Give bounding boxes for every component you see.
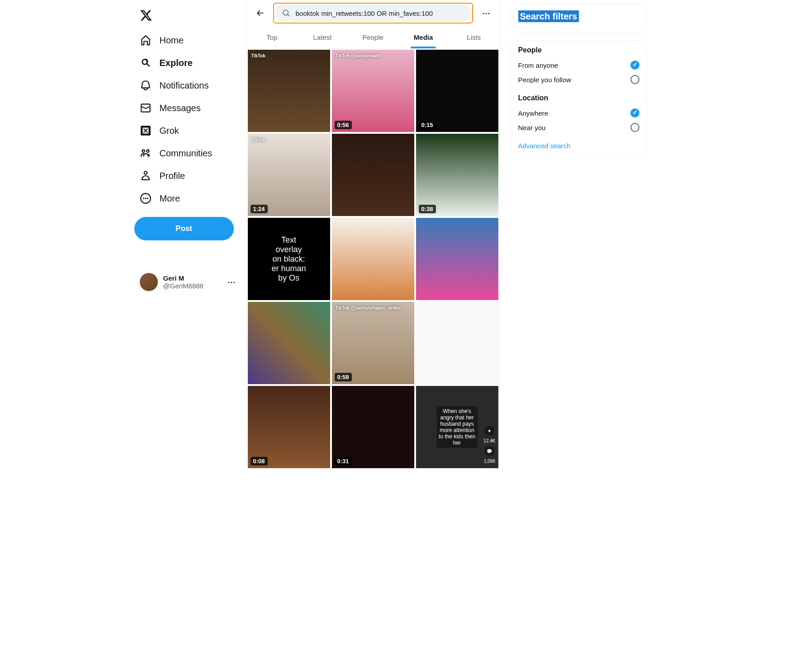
- more-icon: [140, 193, 151, 204]
- media-tile[interactable]: When she's angry that her husband pays m…: [416, 386, 498, 468]
- sidebar-nav: Home Explore Notifications Messages Grok…: [129, 0, 246, 469]
- radio-checked-icon: [630, 108, 639, 117]
- search-highlight-box: [273, 3, 473, 23]
- filter-anywhere[interactable]: Anywhere: [518, 106, 639, 120]
- media-tile[interactable]: 0:38: [416, 134, 498, 216]
- tab-latest[interactable]: Latest: [297, 26, 348, 48]
- advanced-search-link[interactable]: Advanced search: [518, 142, 639, 150]
- radio-icon: [630, 75, 639, 84]
- tab-people[interactable]: People: [348, 26, 398, 48]
- video-duration: 0:15: [419, 121, 436, 129]
- svg-point-3: [147, 197, 148, 199]
- account-switcher[interactable]: Geri M @GeriM8888 ⋯: [134, 268, 241, 296]
- post-button[interactable]: Post: [134, 217, 234, 240]
- tab-lists[interactable]: Lists: [449, 26, 499, 48]
- svg-point-2: [145, 197, 146, 199]
- tiktok-watermark: TikTok: [251, 53, 265, 58]
- video-duration: 0:38: [419, 205, 436, 213]
- filter-people-you-follow[interactable]: People you follow: [518, 72, 639, 87]
- search-header: ⋯: [247, 0, 499, 26]
- media-tile[interactable]: 0:08: [248, 386, 330, 468]
- tiktok-watermark: TikTok @zacharyhagen_writes: [336, 305, 401, 310]
- tile-text: Text overlay on black: er human by Os: [268, 234, 309, 285]
- nav-label: Notifications: [160, 80, 209, 91]
- nav-label: Home: [160, 35, 184, 46]
- nav-home[interactable]: Home: [134, 29, 241, 52]
- media-grid: TikTok TikTok @vannareads 0:56 0:15 TikT…: [247, 49, 499, 469]
- media-tile[interactable]: TikTok @zacharyhagen_writes 0:59: [332, 302, 414, 384]
- media-tile[interactable]: TikTok: [248, 50, 330, 132]
- video-duration: 1:24: [251, 205, 268, 213]
- grok-icon: [140, 125, 151, 136]
- video-duration: 0:59: [335, 373, 352, 381]
- bell-icon: [140, 80, 151, 91]
- video-duration: 0:08: [251, 457, 268, 465]
- search-box[interactable]: [275, 5, 471, 22]
- search-tabs: Top Latest People Media Lists: [247, 26, 499, 49]
- search-settings-button[interactable]: ⋯: [478, 5, 494, 21]
- account-display-name: Geri M: [163, 274, 222, 282]
- nav-label: Communities: [160, 148, 213, 159]
- filter-near-you[interactable]: Near you: [518, 120, 639, 135]
- home-icon: [140, 34, 151, 46]
- nav-label: Messages: [160, 103, 201, 113]
- communities-icon: [140, 147, 151, 159]
- media-tile[interactable]: [416, 218, 498, 300]
- nav-communities[interactable]: Communities: [134, 142, 241, 164]
- tile-stats: ♥ 12.4K 💬 1,098: [483, 426, 495, 464]
- search-icon: [140, 57, 151, 69]
- main-column: ⋯ Top Latest People Media Lists TikTok T…: [246, 0, 500, 469]
- search-icon: [282, 9, 290, 17]
- back-button[interactable]: [252, 5, 268, 21]
- media-tile[interactable]: [416, 302, 498, 384]
- svg-point-1: [143, 197, 144, 199]
- media-tile[interactable]: TikTok 1:24: [248, 134, 330, 216]
- filter-people-heading: People: [518, 46, 639, 54]
- tile-text: When she's angry that her husband pays m…: [436, 406, 478, 448]
- nav-explore[interactable]: Explore: [134, 52, 241, 74]
- profile-icon: [140, 170, 151, 182]
- heart-icon: ♥: [484, 426, 494, 436]
- tab-top[interactable]: Top: [247, 26, 298, 48]
- search-input[interactable]: [296, 9, 464, 17]
- nav-label: Explore: [160, 58, 193, 68]
- mail-icon: [140, 102, 151, 114]
- media-tile[interactable]: TikTok @vannareads 0:56: [332, 50, 414, 132]
- nav-more[interactable]: More: [134, 187, 241, 210]
- media-tile[interactable]: 0:15: [416, 50, 498, 132]
- x-logo[interactable]: [134, 4, 241, 29]
- video-duration: 0:56: [335, 121, 352, 129]
- video-duration: 0:31: [335, 457, 352, 465]
- account-handle: @GeriM8888: [163, 282, 222, 290]
- nav-notifications[interactable]: Notifications: [134, 74, 241, 97]
- media-tile[interactable]: [332, 218, 414, 300]
- nav-label: Grok: [160, 126, 179, 136]
- sidebar-filters: Search filters People From anyone People…: [500, 0, 658, 469]
- filters-title: Search filters: [518, 10, 579, 22]
- media-tile[interactable]: Text overlay on black: er human by Os: [248, 218, 330, 300]
- media-tile[interactable]: [332, 134, 414, 216]
- comment-icon: 💬: [484, 446, 494, 456]
- tab-media[interactable]: Media: [398, 26, 449, 48]
- avatar: [140, 273, 158, 291]
- radio-checked-icon: [630, 61, 639, 70]
- tiktok-watermark: TikTok: [251, 137, 265, 142]
- nav-label: Profile: [160, 171, 185, 181]
- nav-messages[interactable]: Messages: [134, 97, 241, 119]
- nav-profile[interactable]: Profile: [134, 164, 241, 187]
- media-tile[interactable]: 0:31: [332, 386, 414, 468]
- nav-grok[interactable]: Grok: [134, 119, 241, 142]
- filter-location-heading: Location: [518, 94, 639, 102]
- ellipsis-icon: ⋯: [227, 277, 236, 287]
- tiktok-watermark: TikTok @vannareads: [336, 53, 380, 58]
- media-tile[interactable]: [248, 302, 330, 384]
- filter-from-anyone[interactable]: From anyone: [518, 58, 639, 72]
- filters-title-card: Search filters: [511, 4, 647, 33]
- filters-options-card: People From anyone People you follow Loc…: [511, 40, 647, 155]
- nav-label: More: [160, 193, 180, 204]
- radio-icon: [630, 123, 639, 132]
